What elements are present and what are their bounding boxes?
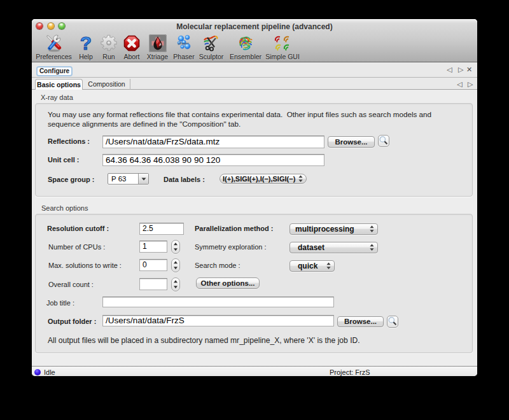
svg-text:phaser: phaser [178,41,190,45]
svg-text:?: ? [80,34,92,52]
